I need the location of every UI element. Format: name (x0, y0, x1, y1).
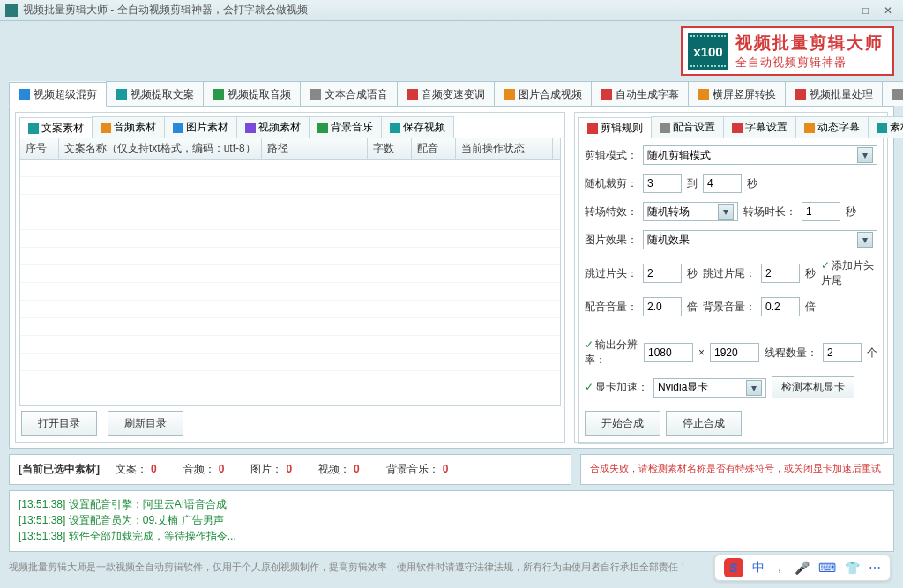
random-cut-label: 随机裁剪： (585, 176, 638, 191)
resolution-width-input[interactable] (644, 343, 693, 362)
resolution-height-input[interactable] (710, 343, 759, 362)
tab-icon (698, 89, 709, 100)
table-row[interactable] (20, 336, 560, 354)
ime-toolbar[interactable]: S 中 ， 🎤 ⌨ 👕 ⋯ (714, 555, 891, 581)
column-header[interactable]: 文案名称（仅支持txt格式，编码：utf-8） (59, 138, 262, 159)
start-compose-button[interactable]: 开始合成 (585, 411, 660, 436)
table-row[interactable] (20, 177, 560, 195)
ime-skin-icon[interactable]: 👕 (845, 561, 860, 575)
main-tab-7[interactable]: 横屏竖屏转换 (688, 81, 786, 106)
table-row[interactable] (20, 318, 560, 336)
tab-icon (390, 123, 400, 133)
main-tab-2[interactable]: 视频提取音频 (203, 81, 301, 106)
column-header[interactable]: 配音 (412, 138, 456, 159)
table-row[interactable] (20, 230, 560, 248)
dropdown-arrow-icon[interactable]: ▾ (718, 204, 734, 220)
table-body[interactable] (20, 160, 560, 373)
ime-item[interactable]: 中 (752, 560, 765, 576)
output-resolution-checkbox[interactable]: 输出分辨率： (585, 338, 638, 368)
main-tab-8[interactable]: 视频批量处理 (785, 81, 883, 106)
banner-box[interactable]: x100 视频批量剪辑大师 全自动视频剪辑神器 (681, 26, 894, 76)
ime-mic-icon[interactable]: 🎤 (795, 561, 810, 575)
table-row[interactable] (20, 248, 560, 265)
settings-tab-4[interactable]: 素材目录 (868, 116, 903, 138)
material-tab-2[interactable]: 图片素材 (164, 116, 237, 138)
column-header[interactable]: 路径 (262, 138, 368, 159)
picture-effect-select[interactable]: 随机效果 ▾ (643, 230, 877, 249)
status-item: 背景音乐：0 (386, 463, 449, 475)
minimize-button[interactable]: — (833, 4, 853, 17)
transition-duration-input[interactable] (802, 202, 840, 221)
material-tab-0[interactable]: 文案素材 (19, 117, 93, 138)
material-tabs: 文案素材音频素材图片素材视频素材背景音乐保存视频 (19, 116, 561, 138)
add-head-tail-checkbox[interactable]: 添加片头片尾 (821, 258, 877, 288)
selected-materials-status: [当前已选中素材] 文案：0音频：0图片：0视频：0背景音乐：0 (9, 454, 571, 485)
table-row[interactable] (20, 301, 560, 318)
main-tab-9[interactable]: 软件参数设置 (882, 81, 903, 106)
material-tab-5[interactable]: 保存视频 (381, 116, 454, 138)
gpu-accel-checkbox[interactable]: 显卡加速： (585, 380, 648, 395)
gpu-select[interactable]: Nvidia显卡 ▾ (653, 378, 766, 398)
settings-tab-1[interactable]: 配音设置 (651, 116, 724, 138)
dropdown-arrow-icon[interactable]: ▾ (857, 147, 873, 163)
main-tab-5[interactable]: 图片合成视频 (494, 81, 592, 106)
column-header[interactable]: 当前操作状态 (456, 138, 553, 159)
main-tab-3[interactable]: 文本合成语音 (300, 81, 398, 106)
status-label: [当前已选中素材] (19, 462, 100, 477)
table-row[interactable] (20, 265, 560, 283)
window-title: 视频批量剪辑大师 - 全自动视频剪辑神器，会打字就会做视频 (23, 3, 833, 18)
table-row[interactable] (20, 283, 560, 301)
tab-icon (892, 89, 903, 100)
clip-mode-select[interactable]: 随机剪辑模式 ▾ (643, 145, 877, 165)
threads-input[interactable] (823, 343, 862, 362)
window-controls: — □ ✕ (833, 4, 898, 17)
main-tab-1[interactable]: 视频提取文案 (106, 81, 204, 106)
open-folder-button[interactable]: 打开目录 (21, 411, 97, 436)
material-tab-3[interactable]: 视频素材 (236, 116, 310, 138)
detect-gpu-button[interactable]: 检测本机显卡 (772, 376, 854, 398)
random-cut-to-input[interactable] (703, 174, 742, 193)
dropdown-arrow-icon[interactable]: ▾ (857, 232, 873, 248)
ime-more-icon[interactable]: ⋯ (869, 561, 881, 575)
material-tab-4[interactable]: 背景音乐 (309, 116, 382, 138)
ime-logo-icon[interactable]: S (724, 558, 743, 577)
stop-compose-button[interactable]: 停止合成 (666, 411, 742, 436)
settings-tabs: 剪辑规则配音设置字幕设置动态字幕素材目录 (578, 116, 884, 138)
table-row[interactable] (20, 354, 560, 371)
tab-icon (213, 89, 224, 100)
settings-tab-3[interactable]: 动态字幕 (795, 116, 869, 138)
ime-keyboard-icon[interactable]: ⌨ (818, 561, 836, 575)
material-table: 序号文案名称（仅支持txt格式，编码：utf-8）路径字数配音当前操作状态 (19, 138, 561, 406)
tab-icon (732, 123, 743, 133)
main-tab-0[interactable]: 视频超级混剪 (9, 82, 107, 107)
main-tab-6[interactable]: 自动生成字幕 (591, 81, 689, 106)
banner-title: 视频批量剪辑大师 (735, 32, 884, 55)
table-row[interactable] (20, 160, 560, 177)
settings-tab-0[interactable]: 剪辑规则 (578, 117, 652, 138)
close-button[interactable]: ✕ (878, 4, 898, 17)
column-header[interactable]: 序号 (20, 138, 59, 159)
dub-volume-input[interactable] (643, 297, 682, 316)
bgm-volume-input[interactable] (761, 297, 800, 316)
status-item: 音频：0 (183, 463, 225, 475)
transition-select[interactable]: 随机转场 ▾ (643, 202, 738, 221)
table-row[interactable] (20, 212, 560, 230)
dropdown-arrow-icon[interactable]: ▾ (746, 380, 762, 396)
title-bar: 视频批量剪辑大师 - 全自动视频剪辑神器，会打字就会做视频 — □ ✕ (0, 0, 903, 21)
material-tab-1[interactable]: 音频素材 (92, 116, 165, 138)
maximize-button[interactable]: □ (856, 4, 876, 17)
table-header: 序号文案名称（仅支持txt格式，编码：utf-8）路径字数配音当前操作状态 (20, 138, 560, 160)
tab-icon (877, 123, 887, 133)
main-tabs: 视频超级混剪视频提取文案视频提取音频文本合成语音音频变速变调图片合成视频自动生成… (9, 81, 894, 107)
tab-icon (173, 123, 183, 133)
random-cut-from-input[interactable] (643, 174, 682, 193)
column-header[interactable]: 字数 (368, 138, 412, 159)
skip-head-input[interactable] (643, 264, 682, 283)
skip-tail-input[interactable] (761, 264, 800, 283)
table-row[interactable] (20, 195, 560, 212)
refresh-folder-button[interactable]: 刷新目录 (108, 411, 183, 436)
ime-item[interactable]: ， (773, 560, 786, 576)
main-tab-4[interactable]: 音频变速变调 (397, 81, 495, 106)
log-panel[interactable]: [13:51:38] 设置配音引擎：阿里云AI语音合成[13:51:38] 设置… (9, 490, 894, 552)
settings-tab-2[interactable]: 字幕设置 (723, 116, 796, 138)
